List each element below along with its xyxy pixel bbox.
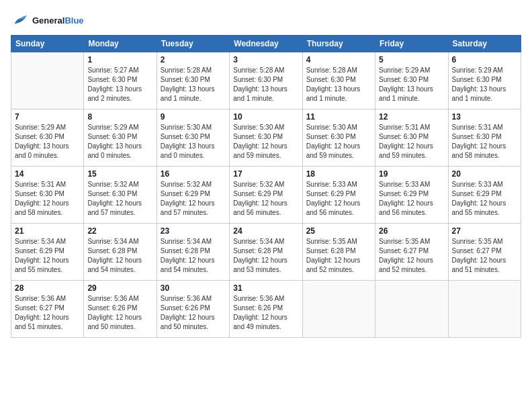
day-number: 4 xyxy=(306,55,371,64)
day-info: Sunrise: 5:36 AM Sunset: 6:26 PM Dayligh… xyxy=(233,294,298,332)
day-number: 13 xyxy=(452,112,517,122)
day-number: 8 xyxy=(87,112,152,122)
day-info: Sunrise: 5:36 AM Sunset: 6:26 PM Dayligh… xyxy=(87,294,152,332)
calendar-cell: 23Sunrise: 5:34 AM Sunset: 6:28 PM Dayli… xyxy=(157,224,229,281)
day-info: Sunrise: 5:32 AM Sunset: 6:29 PM Dayligh… xyxy=(233,180,298,218)
day-info: Sunrise: 5:30 AM Sunset: 6:30 PM Dayligh… xyxy=(161,123,226,161)
day-info: Sunrise: 5:30 AM Sunset: 6:30 PM Dayligh… xyxy=(233,123,298,161)
week-row-3: 14Sunrise: 5:31 AM Sunset: 6:30 PM Dayli… xyxy=(11,167,521,224)
calendar-cell: 6Sunrise: 5:29 AM Sunset: 6:30 PM Daylig… xyxy=(448,52,521,109)
calendar-table: SundayMondayTuesdayWednesdayThursdayFrid… xyxy=(11,35,521,338)
day-number: 1 xyxy=(87,55,152,64)
calendar-cell: 17Sunrise: 5:32 AM Sunset: 6:29 PM Dayli… xyxy=(230,167,302,224)
calendar-body: 1Sunrise: 5:27 AM Sunset: 6:30 PM Daylig… xyxy=(11,52,521,338)
calendar-cell: 16Sunrise: 5:32 AM Sunset: 6:29 PM Dayli… xyxy=(157,167,229,224)
day-number: 25 xyxy=(306,226,371,236)
column-header-monday: Monday xyxy=(84,36,157,52)
calendar-cell: 27Sunrise: 5:35 AM Sunset: 6:27 PM Dayli… xyxy=(448,224,521,281)
day-info: Sunrise: 5:34 AM Sunset: 6:28 PM Dayligh… xyxy=(87,237,152,275)
day-info: Sunrise: 5:31 AM Sunset: 6:30 PM Dayligh… xyxy=(379,123,444,161)
week-row-5: 28Sunrise: 5:36 AM Sunset: 6:27 PM Dayli… xyxy=(11,281,521,338)
logo-icon xyxy=(11,11,30,30)
day-info: Sunrise: 5:28 AM Sunset: 6:30 PM Dayligh… xyxy=(233,66,298,103)
day-info: Sunrise: 5:28 AM Sunset: 6:30 PM Dayligh… xyxy=(161,66,226,103)
day-info: Sunrise: 5:35 AM Sunset: 6:27 PM Dayligh… xyxy=(379,237,444,275)
day-number: 10 xyxy=(233,112,298,122)
header: GeneralBlue xyxy=(11,11,521,30)
calendar-cell: 8Sunrise: 5:29 AM Sunset: 6:30 PM Daylig… xyxy=(84,109,157,167)
calendar-cell: 14Sunrise: 5:31 AM Sunset: 6:30 PM Dayli… xyxy=(11,167,84,224)
day-number: 9 xyxy=(161,112,226,122)
calendar-cell: 12Sunrise: 5:31 AM Sunset: 6:30 PM Dayli… xyxy=(375,109,448,167)
calendar-cell: 13Sunrise: 5:31 AM Sunset: 6:30 PM Dayli… xyxy=(448,109,521,167)
calendar-cell: 28Sunrise: 5:36 AM Sunset: 6:27 PM Dayli… xyxy=(11,281,84,338)
calendar-cell: 29Sunrise: 5:36 AM Sunset: 6:26 PM Dayli… xyxy=(84,281,157,338)
day-info: Sunrise: 5:33 AM Sunset: 6:29 PM Dayligh… xyxy=(306,180,371,218)
calendar-cell: 10Sunrise: 5:30 AM Sunset: 6:30 PM Dayli… xyxy=(230,109,302,167)
calendar-cell: 15Sunrise: 5:32 AM Sunset: 6:30 PM Dayli… xyxy=(84,167,157,224)
calendar-cell: 25Sunrise: 5:35 AM Sunset: 6:28 PM Dayli… xyxy=(302,224,375,281)
calendar-cell: 18Sunrise: 5:33 AM Sunset: 6:29 PM Dayli… xyxy=(302,167,375,224)
day-number: 26 xyxy=(379,226,444,236)
calendar-cell: 11Sunrise: 5:30 AM Sunset: 6:30 PM Dayli… xyxy=(302,109,375,167)
column-header-sunday: Sunday xyxy=(11,36,84,52)
day-number: 23 xyxy=(161,226,226,236)
calendar-cell: 4Sunrise: 5:28 AM Sunset: 6:30 PM Daylig… xyxy=(302,52,375,109)
column-header-tuesday: Tuesday xyxy=(157,36,229,52)
calendar-cell: 5Sunrise: 5:29 AM Sunset: 6:30 PM Daylig… xyxy=(375,52,448,109)
day-number: 24 xyxy=(233,226,298,236)
day-info: Sunrise: 5:33 AM Sunset: 6:29 PM Dayligh… xyxy=(452,180,517,218)
day-info: Sunrise: 5:27 AM Sunset: 6:30 PM Dayligh… xyxy=(87,66,152,103)
day-number: 17 xyxy=(233,169,298,179)
day-number: 6 xyxy=(452,55,517,64)
week-row-1: 1Sunrise: 5:27 AM Sunset: 6:30 PM Daylig… xyxy=(11,52,521,109)
column-header-thursday: Thursday xyxy=(302,36,375,52)
day-number: 18 xyxy=(306,169,371,179)
calendar-cell: 1Sunrise: 5:27 AM Sunset: 6:30 PM Daylig… xyxy=(84,52,157,109)
day-info: Sunrise: 5:35 AM Sunset: 6:27 PM Dayligh… xyxy=(452,237,517,275)
calendar-cell: 24Sunrise: 5:34 AM Sunset: 6:28 PM Dayli… xyxy=(230,224,302,281)
day-info: Sunrise: 5:36 AM Sunset: 6:26 PM Dayligh… xyxy=(161,294,226,332)
day-number: 22 xyxy=(87,226,152,236)
week-row-4: 21Sunrise: 5:34 AM Sunset: 6:29 PM Dayli… xyxy=(11,224,521,281)
calendar-cell: 22Sunrise: 5:34 AM Sunset: 6:28 PM Dayli… xyxy=(84,224,157,281)
logo: GeneralBlue xyxy=(11,11,84,30)
calendar-cell: 21Sunrise: 5:34 AM Sunset: 6:29 PM Dayli… xyxy=(11,224,84,281)
day-number: 7 xyxy=(15,112,80,122)
day-info: Sunrise: 5:29 AM Sunset: 6:30 PM Dayligh… xyxy=(452,66,517,103)
calendar-cell: 26Sunrise: 5:35 AM Sunset: 6:27 PM Dayli… xyxy=(375,224,448,281)
calendar-cell: 3Sunrise: 5:28 AM Sunset: 6:30 PM Daylig… xyxy=(230,52,302,109)
day-number: 20 xyxy=(452,169,517,179)
column-header-friday: Friday xyxy=(375,36,448,52)
day-number: 3 xyxy=(233,55,298,64)
day-number: 5 xyxy=(379,55,444,64)
day-number: 31 xyxy=(233,283,298,293)
calendar-cell: 30Sunrise: 5:36 AM Sunset: 6:26 PM Dayli… xyxy=(157,281,229,338)
day-info: Sunrise: 5:31 AM Sunset: 6:30 PM Dayligh… xyxy=(15,180,80,218)
calendar-cell xyxy=(448,281,521,338)
day-info: Sunrise: 5:30 AM Sunset: 6:30 PM Dayligh… xyxy=(306,123,371,161)
day-info: Sunrise: 5:36 AM Sunset: 6:27 PM Dayligh… xyxy=(15,294,80,332)
day-info: Sunrise: 5:32 AM Sunset: 6:29 PM Dayligh… xyxy=(161,180,226,218)
day-info: Sunrise: 5:29 AM Sunset: 6:30 PM Dayligh… xyxy=(379,66,444,103)
day-number: 30 xyxy=(161,283,226,293)
column-header-saturday: Saturday xyxy=(448,36,521,52)
day-info: Sunrise: 5:34 AM Sunset: 6:28 PM Dayligh… xyxy=(233,237,298,275)
calendar-cell: 9Sunrise: 5:30 AM Sunset: 6:30 PM Daylig… xyxy=(157,109,229,167)
calendar-cell: 7Sunrise: 5:29 AM Sunset: 6:30 PM Daylig… xyxy=(11,109,84,167)
day-number: 11 xyxy=(306,112,371,122)
day-number: 29 xyxy=(87,283,152,293)
day-number: 27 xyxy=(452,226,517,236)
calendar-cell xyxy=(11,52,84,109)
calendar-header-row: SundayMondayTuesdayWednesdayThursdayFrid… xyxy=(11,36,521,52)
calendar-cell: 19Sunrise: 5:33 AM Sunset: 6:29 PM Dayli… xyxy=(375,167,448,224)
day-number: 14 xyxy=(15,169,80,179)
day-info: Sunrise: 5:29 AM Sunset: 6:30 PM Dayligh… xyxy=(15,123,80,161)
day-number: 15 xyxy=(87,169,152,179)
day-info: Sunrise: 5:34 AM Sunset: 6:29 PM Dayligh… xyxy=(15,237,80,275)
day-info: Sunrise: 5:29 AM Sunset: 6:30 PM Dayligh… xyxy=(87,123,152,161)
day-number: 21 xyxy=(15,226,80,236)
day-info: Sunrise: 5:31 AM Sunset: 6:30 PM Dayligh… xyxy=(452,123,517,161)
day-info: Sunrise: 5:34 AM Sunset: 6:28 PM Dayligh… xyxy=(161,237,226,275)
day-number: 28 xyxy=(15,283,80,293)
